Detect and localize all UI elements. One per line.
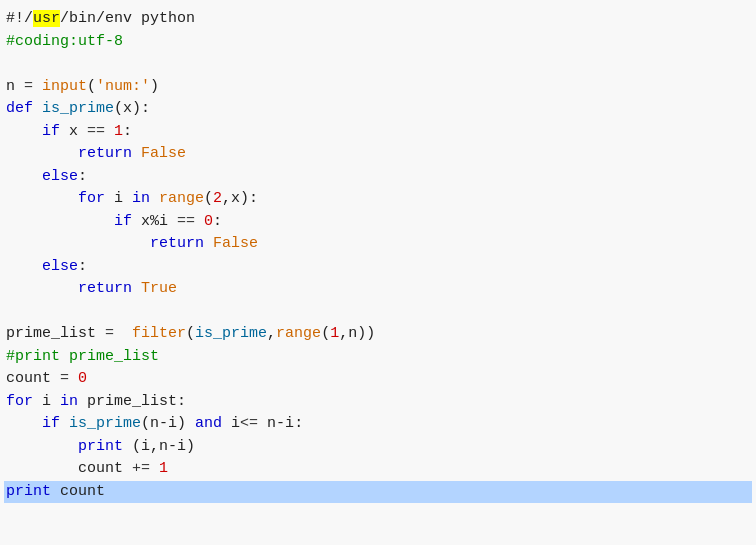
code-line-16: #print prime_list: [4, 346, 752, 369]
code-line-21: count += 1: [4, 458, 752, 481]
code-line-14: [4, 301, 752, 324]
code-line-8: else:: [4, 166, 752, 189]
code-line-13: return True: [4, 278, 752, 301]
code-line-5: def is_prime(x):: [4, 98, 752, 121]
code-line-7: return False: [4, 143, 752, 166]
code-line-11: return False: [4, 233, 752, 256]
code-line-3: [4, 53, 752, 76]
code-line-1: #!/usr/bin/env python: [4, 8, 752, 31]
code-line-18: for i in prime_list:: [4, 391, 752, 414]
code-line-20: print (i,n-i): [4, 436, 752, 459]
code-line-4: n = input('num:'): [4, 76, 752, 99]
code-line-22: print count: [4, 481, 752, 504]
code-line-19: if is_prime(n-i) and i<= n-i:: [4, 413, 752, 436]
code-line-12: else:: [4, 256, 752, 279]
code-line-6: if x == 1:: [4, 121, 752, 144]
code-line-9: for i in range(2,x):: [4, 188, 752, 211]
code-line-2: #coding:utf-8: [4, 31, 752, 54]
code-line-17: count = 0: [4, 368, 752, 391]
code-line-15: prime_list = filter(is_prime,range(1,n)): [4, 323, 752, 346]
code-line-10: if x%i == 0:: [4, 211, 752, 234]
code-editor: #!/usr/bin/env python #coding:utf-8 n = …: [0, 0, 756, 545]
